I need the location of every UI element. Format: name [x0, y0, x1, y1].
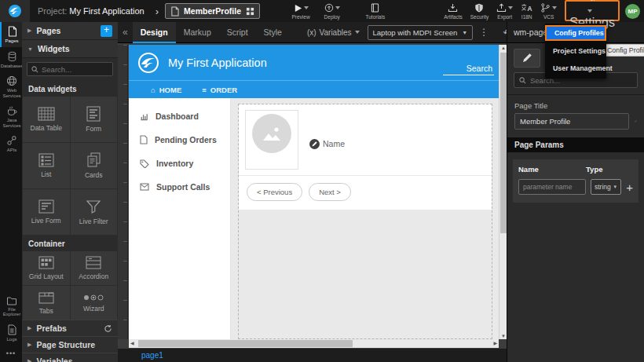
page-selector[interactable]: MemberProfile: [165, 3, 260, 19]
name-field[interactable]: Name: [309, 118, 345, 170]
widget-tile-form[interactable]: Form: [71, 97, 118, 142]
member-card[interactable]: Name: [239, 104, 492, 175]
scroll-right-icon[interactable]: ▶: [493, 340, 497, 346]
pages-section-title: Pages: [36, 26, 96, 35]
tab-style[interactable]: Style: [256, 22, 290, 43]
menu-item-user-management[interactable]: User Management: [545, 61, 606, 75]
nav-item-home[interactable]: ⌂ HOME: [151, 86, 181, 94]
wavemaker-logo[interactable]: [0, 0, 30, 22]
page-tab-page1[interactable]: page1: [141, 351, 163, 360]
selected-widget-outline[interactable]: Name < Previous Next >: [238, 104, 492, 339]
next-button[interactable]: Next >: [309, 183, 351, 201]
image-placeholder[interactable]: [245, 110, 298, 170]
vcs-branch-icon: [540, 3, 551, 13]
security-button[interactable]: Security: [470, 0, 488, 22]
widget-tile-accordion[interactable]: Accordion: [71, 251, 118, 285]
editor-toolbar: « Design Markup Script Style (x) Variabl…: [118, 22, 507, 43]
pages-grid-icon[interactable]: [246, 7, 254, 16]
sidebar-item-databases[interactable]: Databases: [0, 47, 22, 72]
deploy-button[interactable]: Deploy: [324, 0, 340, 22]
param-name-input[interactable]: [518, 179, 586, 195]
sidebar-item-pages[interactable]: Pages: [0, 22, 22, 47]
scroll-up-icon[interactable]: ▲: [499, 46, 507, 50]
i18n-translate-icon: A: [521, 3, 532, 13]
sidebar-item-file-explorer[interactable]: File Explorer: [0, 292, 22, 320]
preview-button[interactable]: Preview: [291, 0, 309, 22]
export-button[interactable]: Export: [496, 0, 513, 22]
sidebar-item-web-services[interactable]: Web Services: [0, 71, 22, 101]
widget-tile-grid-layout[interactable]: Grid Layout: [23, 251, 70, 285]
collapse-left-icon[interactable]: «: [118, 27, 133, 38]
widget-tile-live-form[interactable]: Live Form: [23, 189, 70, 235]
scroll-down-icon[interactable]: ▼: [499, 334, 507, 338]
wizard-icon: [83, 294, 104, 302]
artifacts-button[interactable]: Artifacts: [444, 0, 462, 22]
variables-dropdown[interactable]: (x) Variables: [307, 28, 360, 37]
edit-properties-button[interactable]: [514, 49, 540, 68]
settings-button[interactable]: Settings: [565, 0, 620, 21]
more-options-icon[interactable]: ⋮: [479, 27, 488, 38]
add-page-button[interactable]: +: [101, 25, 112, 37]
i18n-button[interactable]: A I18N: [521, 0, 532, 22]
widget-search-wrap: [22, 58, 118, 80]
app-search-link[interactable]: Search: [443, 64, 494, 75]
widget-tile-label: Accordion: [79, 272, 108, 280]
variables-section[interactable]: ▶ Variables: [22, 353, 118, 362]
nav-item-order[interactable]: ≡ ORDER: [202, 86, 237, 94]
menu-item-config-profiles[interactable]: Config Profiles: [545, 25, 606, 41]
refresh-icon[interactable]: [104, 324, 112, 333]
tab-script[interactable]: Script: [219, 22, 256, 43]
bind-link-icon[interactable]: [635, 116, 637, 126]
widget-search-input[interactable]: [42, 65, 104, 74]
security-shield-icon: [474, 3, 484, 13]
settings-dropdown-menu: Config Profiles Project Settings User Ma…: [545, 24, 606, 79]
widget-tile-list[interactable]: List: [23, 143, 70, 188]
menu-item-dashboard[interactable]: Dashboard: [129, 104, 230, 128]
scroll-left-icon[interactable]: ◀: [130, 340, 134, 346]
widget-tile-live-filter[interactable]: Live Filter: [71, 189, 118, 235]
widgets-section-header[interactable]: ▼ Widgets: [22, 40, 118, 58]
vcs-button[interactable]: VCS: [540, 0, 557, 22]
settings-caret-icon: [587, 9, 592, 13]
canvas-vertical-scrollbar[interactable]: ▲ ▼: [499, 45, 507, 339]
sidebar-more-icon[interactable]: •••: [0, 345, 22, 362]
device-select[interactable]: Laptop with MDPI Screen ▼: [368, 25, 474, 40]
user-avatar[interactable]: MP: [625, 4, 640, 19]
widget-tile-tabs[interactable]: Tabs: [23, 286, 70, 320]
widgets-panel: ▶ Pages + ▼ Widgets Data widgets Data Ta…: [22, 22, 118, 362]
param-type-value: string: [595, 183, 611, 191]
widget-tile-label: Wizard: [83, 305, 104, 313]
sidebar-item-apis[interactable]: APIs: [0, 131, 22, 156]
pages-section-header[interactable]: ▶ Pages +: [22, 22, 118, 40]
menu-item-support-calls[interactable]: Support Calls: [129, 175, 230, 199]
play-icon: [294, 4, 302, 13]
tutorials-button[interactable]: Tutorials: [365, 0, 385, 22]
menu-item-inventory[interactable]: Inventory: [129, 152, 230, 175]
data-table-icon: [38, 107, 55, 121]
sidebar-item-java-services[interactable]: Java Services: [0, 101, 22, 131]
sidebar-item-logs[interactable]: Logs: [0, 320, 22, 346]
canvas-horizontal-scrollbar[interactable]: ◀ ▶: [129, 339, 499, 348]
horizontal-scroll-thumb[interactable]: [138, 340, 353, 347]
variables-prefix: (x): [307, 28, 317, 37]
widget-tile-wizard[interactable]: Wizard: [71, 286, 118, 320]
chart-icon: [140, 112, 148, 121]
tab-markup[interactable]: Markup: [176, 22, 219, 43]
security-label: Security: [470, 14, 488, 20]
page-title-input[interactable]: [514, 113, 629, 130]
page-structure-section[interactable]: ▶ Page Structure: [22, 336, 118, 353]
widget-tile-cards[interactable]: Cards: [71, 143, 118, 188]
param-type-select[interactable]: string ▼: [591, 179, 621, 195]
widget-tile-data-table[interactable]: Data Table: [23, 97, 70, 142]
vertical-scroll-thumb[interactable]: [500, 53, 507, 233]
live-filter-funnel-icon: [86, 199, 101, 214]
menu-item-project-settings[interactable]: Project Settings: [545, 44, 606, 58]
previous-button[interactable]: < Previous: [247, 183, 302, 201]
add-param-button[interactable]: +: [626, 181, 633, 193]
prefabs-section[interactable]: ▶ Prefabs: [22, 320, 118, 336]
menu-item-pending-orders[interactable]: Pending Orders: [129, 128, 230, 152]
sidebar-label: APIs: [7, 148, 17, 153]
empty-content-area[interactable]: [239, 210, 492, 338]
tab-design[interactable]: Design: [133, 22, 176, 43]
widget-tile-label: Form: [86, 125, 101, 133]
